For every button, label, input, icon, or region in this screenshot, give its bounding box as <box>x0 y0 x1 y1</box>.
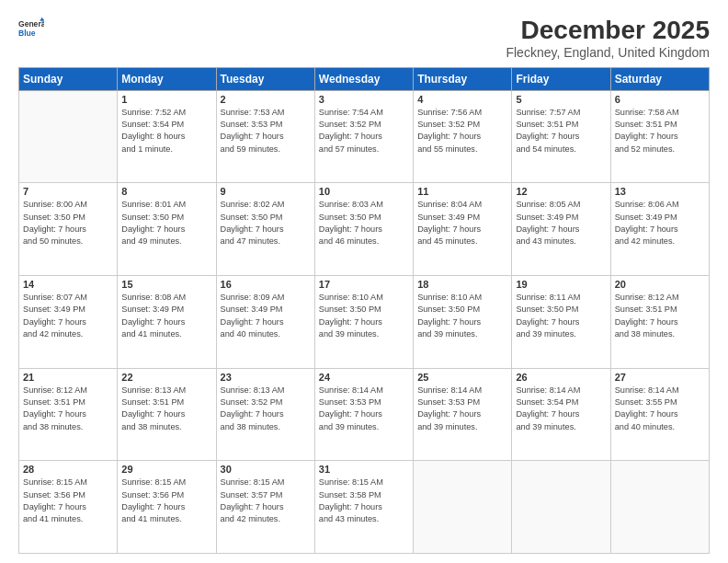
svg-text:Blue: Blue <box>18 29 36 38</box>
calendar-day-header: Friday <box>512 67 610 90</box>
day-info: Sunrise: 7:52 AMSunset: 3:54 PMDaylight:… <box>121 107 211 155</box>
calendar-cell: 12Sunrise: 8:05 AMSunset: 3:49 PMDayligh… <box>512 183 610 276</box>
calendar-cell: 15Sunrise: 8:08 AMSunset: 3:49 PMDayligh… <box>118 276 216 369</box>
calendar-day-header: Saturday <box>610 67 709 90</box>
day-info: Sunrise: 8:12 AMSunset: 3:51 PMDaylight:… <box>615 292 705 340</box>
day-info: Sunrise: 8:08 AMSunset: 3:49 PMDaylight:… <box>121 292 211 340</box>
calendar-cell: 7Sunrise: 8:00 AMSunset: 3:50 PMDaylight… <box>19 183 118 276</box>
day-number: 22 <box>121 372 211 383</box>
day-number: 8 <box>121 186 211 197</box>
day-number: 27 <box>615 372 705 383</box>
calendar-cell: 16Sunrise: 8:09 AMSunset: 3:49 PMDayligh… <box>216 276 314 369</box>
day-info: Sunrise: 8:15 AMSunset: 3:57 PMDaylight:… <box>221 477 311 525</box>
calendar-cell: 2Sunrise: 7:53 AMSunset: 3:53 PMDaylight… <box>216 90 314 183</box>
day-info: Sunrise: 8:01 AMSunset: 3:50 PMDaylight:… <box>121 199 211 247</box>
calendar-cell: 3Sunrise: 7:54 AMSunset: 3:52 PMDaylight… <box>314 90 413 183</box>
day-info: Sunrise: 8:15 AMSunset: 3:56 PMDaylight:… <box>23 477 113 525</box>
day-number: 30 <box>221 464 311 475</box>
day-info: Sunrise: 8:14 AMSunset: 3:55 PMDaylight:… <box>615 385 705 433</box>
calendar-cell: 23Sunrise: 8:13 AMSunset: 3:52 PMDayligh… <box>216 368 314 461</box>
calendar-week-row: 28Sunrise: 8:15 AMSunset: 3:56 PMDayligh… <box>19 461 710 554</box>
day-number: 28 <box>23 464 113 475</box>
day-info: Sunrise: 8:02 AMSunset: 3:50 PMDaylight:… <box>221 199 311 247</box>
day-number: 10 <box>319 186 409 197</box>
day-info: Sunrise: 8:10 AMSunset: 3:50 PMDaylight:… <box>417 292 507 340</box>
day-number: 7 <box>23 186 113 197</box>
day-info: Sunrise: 8:07 AMSunset: 3:49 PMDaylight:… <box>23 292 113 340</box>
calendar-cell: 27Sunrise: 8:14 AMSunset: 3:55 PMDayligh… <box>610 368 709 461</box>
day-info: Sunrise: 8:03 AMSunset: 3:50 PMDaylight:… <box>319 199 409 247</box>
day-number: 21 <box>23 372 113 383</box>
title-block: December 2025 Fleckney, England, United … <box>506 17 710 60</box>
day-number: 24 <box>319 372 409 383</box>
day-number: 17 <box>319 279 409 290</box>
calendar-cell: 25Sunrise: 8:14 AMSunset: 3:53 PMDayligh… <box>414 368 512 461</box>
day-info: Sunrise: 8:14 AMSunset: 3:53 PMDaylight:… <box>417 385 507 433</box>
calendar-cell: 20Sunrise: 8:12 AMSunset: 3:51 PMDayligh… <box>610 276 709 369</box>
day-info: Sunrise: 8:14 AMSunset: 3:53 PMDaylight:… <box>319 385 409 433</box>
calendar-cell <box>19 90 118 183</box>
subtitle: Fleckney, England, United Kingdom <box>506 45 710 60</box>
calendar-cell: 28Sunrise: 8:15 AMSunset: 3:56 PMDayligh… <box>19 461 118 554</box>
day-number: 20 <box>615 279 705 290</box>
day-info: Sunrise: 7:56 AMSunset: 3:52 PMDaylight:… <box>417 107 507 155</box>
day-info: Sunrise: 8:04 AMSunset: 3:49 PMDaylight:… <box>417 199 507 247</box>
calendar-cell: 22Sunrise: 8:13 AMSunset: 3:51 PMDayligh… <box>118 368 216 461</box>
calendar-week-row: 7Sunrise: 8:00 AMSunset: 3:50 PMDaylight… <box>19 183 710 276</box>
day-number: 23 <box>221 372 311 383</box>
calendar-cell: 13Sunrise: 8:06 AMSunset: 3:49 PMDayligh… <box>610 183 709 276</box>
calendar-cell: 10Sunrise: 8:03 AMSunset: 3:50 PMDayligh… <box>314 183 413 276</box>
calendar-cell: 30Sunrise: 8:15 AMSunset: 3:57 PMDayligh… <box>216 461 314 554</box>
logo-icon: General Blue <box>18 17 44 42</box>
day-number: 12 <box>516 186 606 197</box>
day-number: 18 <box>417 279 507 290</box>
day-info: Sunrise: 7:57 AMSunset: 3:51 PMDaylight:… <box>516 107 606 155</box>
calendar-header-row: SundayMondayTuesdayWednesdayThursdayFrid… <box>19 67 710 90</box>
day-info: Sunrise: 8:15 AMSunset: 3:58 PMDaylight:… <box>319 477 409 525</box>
day-info: Sunrise: 8:11 AMSunset: 3:50 PMDaylight:… <box>516 292 606 340</box>
day-info: Sunrise: 8:10 AMSunset: 3:50 PMDaylight:… <box>319 292 409 340</box>
calendar-cell: 14Sunrise: 8:07 AMSunset: 3:49 PMDayligh… <box>19 276 118 369</box>
calendar-week-row: 14Sunrise: 8:07 AMSunset: 3:49 PMDayligh… <box>19 276 710 369</box>
day-number: 25 <box>417 372 507 383</box>
calendar-cell: 19Sunrise: 8:11 AMSunset: 3:50 PMDayligh… <box>512 276 610 369</box>
day-number: 14 <box>23 279 113 290</box>
calendar-cell: 8Sunrise: 8:01 AMSunset: 3:50 PMDaylight… <box>118 183 216 276</box>
calendar-week-row: 21Sunrise: 8:12 AMSunset: 3:51 PMDayligh… <box>19 368 710 461</box>
calendar-day-header: Monday <box>118 67 216 90</box>
calendar-cell: 26Sunrise: 8:14 AMSunset: 3:54 PMDayligh… <box>512 368 610 461</box>
day-number: 11 <box>417 186 507 197</box>
day-number: 31 <box>319 464 409 475</box>
calendar-cell: 18Sunrise: 8:10 AMSunset: 3:50 PMDayligh… <box>414 276 512 369</box>
calendar-day-header: Wednesday <box>314 67 413 90</box>
day-number: 5 <box>516 94 606 105</box>
day-info: Sunrise: 8:05 AMSunset: 3:49 PMDaylight:… <box>516 199 606 247</box>
calendar-day-header: Tuesday <box>216 67 314 90</box>
day-number: 13 <box>615 186 705 197</box>
day-info: Sunrise: 7:58 AMSunset: 3:51 PMDaylight:… <box>615 107 705 155</box>
day-info: Sunrise: 8:13 AMSunset: 3:52 PMDaylight:… <box>221 385 311 433</box>
calendar-cell: 9Sunrise: 8:02 AMSunset: 3:50 PMDaylight… <box>216 183 314 276</box>
day-number: 29 <box>121 464 211 475</box>
calendar-cell: 24Sunrise: 8:14 AMSunset: 3:53 PMDayligh… <box>314 368 413 461</box>
calendar-cell: 21Sunrise: 8:12 AMSunset: 3:51 PMDayligh… <box>19 368 118 461</box>
day-number: 6 <box>615 94 705 105</box>
calendar-cell: 5Sunrise: 7:57 AMSunset: 3:51 PMDaylight… <box>512 90 610 183</box>
calendar-day-header: Sunday <box>19 67 118 90</box>
calendar-day-header: Thursday <box>414 67 512 90</box>
day-number: 15 <box>121 279 211 290</box>
calendar-body: 1Sunrise: 7:52 AMSunset: 3:54 PMDaylight… <box>19 90 710 553</box>
day-info: Sunrise: 8:06 AMSunset: 3:49 PMDaylight:… <box>615 199 705 247</box>
day-info: Sunrise: 8:14 AMSunset: 3:54 PMDaylight:… <box>516 385 606 433</box>
day-number: 9 <box>221 186 311 197</box>
header: General Blue December 2025 Fleckney, Eng… <box>18 17 710 60</box>
calendar-cell: 31Sunrise: 8:15 AMSunset: 3:58 PMDayligh… <box>314 461 413 554</box>
page: General Blue December 2025 Fleckney, Eng… <box>0 0 728 563</box>
calendar-cell: 4Sunrise: 7:56 AMSunset: 3:52 PMDaylight… <box>414 90 512 183</box>
day-info: Sunrise: 8:00 AMSunset: 3:50 PMDaylight:… <box>23 199 113 247</box>
logo: General Blue <box>18 17 44 42</box>
calendar-cell: 6Sunrise: 7:58 AMSunset: 3:51 PMDaylight… <box>610 90 709 183</box>
calendar-week-row: 1Sunrise: 7:52 AMSunset: 3:54 PMDaylight… <box>19 90 710 183</box>
calendar-cell <box>610 461 709 554</box>
calendar-cell: 1Sunrise: 7:52 AMSunset: 3:54 PMDaylight… <box>118 90 216 183</box>
